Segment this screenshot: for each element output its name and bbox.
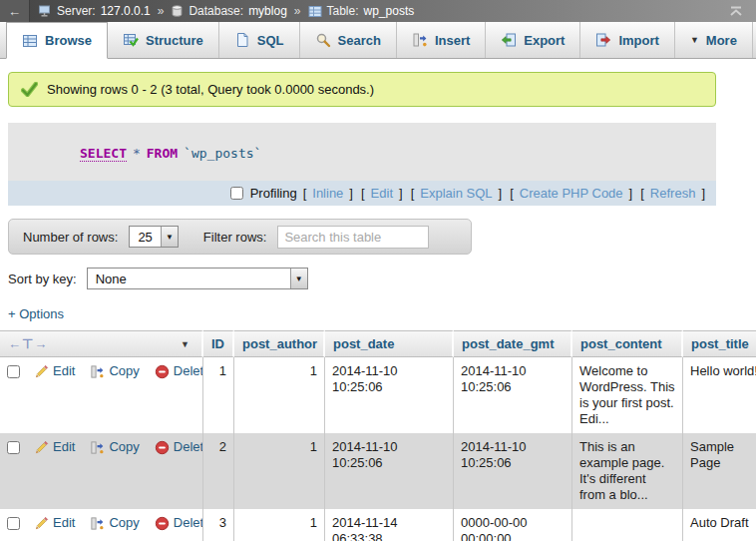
create-php-code-link[interactable]: Create PHP Code [520,186,623,201]
breadcrumb-table-label: Table: [327,4,359,18]
tab-label: Browse [45,33,92,48]
column-header-id[interactable]: ID [203,330,234,357]
edit-label: Edit [53,515,75,531]
copy-row-icon [90,516,105,531]
tab-browse[interactable]: Browse [6,22,108,59]
sort-caret-icon[interactable]: ▼ [181,339,189,349]
inline-edit-link[interactable]: Inline [312,186,343,201]
delete-row-link[interactable]: Delete [155,363,203,379]
options-toggle-link[interactable]: + Options [8,306,64,321]
copy-row-link[interactable]: Copy [90,439,139,455]
collapse-top-icon [728,6,744,17]
delete-label: Delete [174,515,203,531]
tab-label: Import [618,33,658,48]
browse-table-icon [22,33,38,49]
copy-row-link[interactable]: Copy [90,363,139,379]
copy-label: Copy [109,515,139,531]
number-of-rows-value: 25 [130,227,160,247]
delete-icon [155,440,170,455]
table-row: Edit Copy [0,433,756,509]
tab-more[interactable]: ▼ More [675,22,753,58]
dropdown-arrow-icon: ▼ [161,227,178,247]
database-icon [171,4,184,18]
cell-id: 1 [203,357,234,433]
edit-row-link[interactable]: Edit [34,363,75,379]
column-header-post-date-gmt[interactable]: post_date_gmt [454,330,572,357]
tab-label: More [706,33,737,48]
collapse-to-top-button[interactable] [728,6,744,17]
sort-by-key-row: Sort by key: None ▼ [8,268,756,289]
structure-icon [123,32,139,48]
table-filter-input[interactable] [277,226,429,249]
bracket: ] [629,186,633,201]
tab-structure[interactable]: Structure [108,22,219,58]
cell-post-title: Hello world! [683,357,756,433]
sort-by-key-select[interactable]: None ▼ [87,268,308,289]
breadcrumb-server-label: Server: [57,4,96,18]
sql-query-text: SELECT*FROM`wp_posts` [8,123,716,181]
cell-id: 2 [203,433,234,509]
query-actions-bar: Profiling [Inline] [Edit] [Explain SQL] … [8,181,716,206]
delete-row-link[interactable]: Delete [155,515,203,531]
delete-row-link[interactable]: Delete [155,439,203,455]
filter-rows-label: Filter rows: [203,230,267,245]
row-select-checkbox[interactable] [7,517,20,530]
tab-import[interactable]: Import [580,22,674,58]
cell-post-date-gmt: 0000-00-00 00:00:00 [454,509,572,541]
cell-post-date: 2014-11-14 06:33:38 [325,509,454,541]
actions-header-cell: ←⊤→ ▼ [0,330,203,357]
copy-label: Copy [109,439,139,455]
dropdown-arrow-icon: ▼ [290,269,307,288]
cell-post-title: Auto Draft [683,509,756,541]
edit-query-link[interactable]: Edit [371,186,393,201]
breadcrumb: Server: 127.0.0.1 » Database: myblog » T… [38,4,414,18]
tab-search[interactable]: Search [300,22,397,58]
row-select-checkbox[interactable] [7,365,20,378]
pencil-icon [34,364,49,379]
column-header-post-title[interactable]: post_title [683,330,756,357]
import-icon [595,32,611,48]
bracket: [ [411,186,415,201]
cell-post-content: Welcome to WordPress. This is your first… [572,357,683,433]
breadcrumb-separator: » [294,4,301,18]
profiling-checkbox[interactable] [230,187,243,200]
sql-star: * [133,146,141,161]
edit-row-link[interactable]: Edit [34,515,75,531]
tab-label: Search [338,33,381,48]
column-header-post-date[interactable]: post_date [325,330,454,357]
cell-post-author: 1 [234,433,325,509]
cell-post-author: 1 [234,509,325,541]
refresh-link[interactable]: Refresh [650,186,696,201]
bracket: ] [399,186,403,201]
edit-row-link[interactable]: Edit [34,439,75,455]
cell-post-date: 2014-11-10 10:25:06 [325,433,454,509]
breadcrumb-server-link[interactable]: 127.0.0.1 [101,4,151,18]
row-select-checkbox[interactable] [7,441,20,454]
breadcrumb-table-link[interactable]: wp_posts [364,4,415,18]
browse-content: Showing rows 0 - 2 (3 total, Query took … [0,59,756,541]
number-of-rows-select[interactable]: 25 ▼ [129,226,178,248]
table-row: Edit Copy [0,509,756,541]
copy-row-link[interactable]: Copy [90,515,139,531]
column-header-post-content[interactable]: post_content [572,330,683,357]
tab-sql[interactable]: SQL [219,22,300,58]
nav-back-button[interactable]: ← [0,0,30,22]
bracket: [ [303,186,307,201]
column-header-post-author[interactable]: post_author [234,330,325,357]
edit-label: Edit [53,363,75,379]
column-swap-handles[interactable]: ←⊤→ [8,336,48,351]
tab-export[interactable]: Export [486,22,580,58]
sort-by-key-value: None [88,269,290,288]
tab-insert[interactable]: Insert [397,22,486,58]
bracket: [ [361,186,365,201]
breadcrumb-database-link[interactable]: myblog [248,4,287,18]
copy-row-icon [90,364,105,379]
tab-label: Structure [146,33,203,48]
table-row: Edit Copy [0,357,756,433]
pencil-icon [34,516,49,531]
cell-post-date-gmt: 2014-11-10 10:25:06 [454,433,572,509]
cell-id: 3 [203,509,234,541]
explain-sql-link[interactable]: Explain SQL [420,186,492,201]
results-table: ←⊤→ ▼ ID post_author post_date post_date… [0,330,756,541]
sql-keyword-from: FROM [147,146,178,161]
